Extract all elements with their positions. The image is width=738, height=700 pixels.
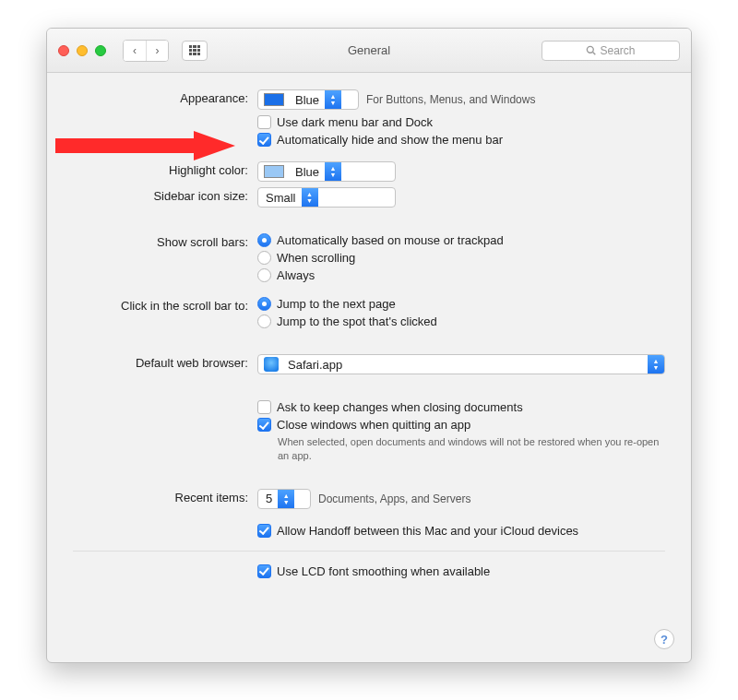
- scrollbars-option-label: When scrolling: [277, 251, 355, 265]
- scrollclick-label: Click in the scroll bar to:: [73, 297, 257, 313]
- recent-value: 5: [258, 492, 278, 505]
- scrollclick-spot-radio[interactable]: Jump to the spot that's clicked: [257, 314, 665, 328]
- highlight-label: Highlight color:: [73, 161, 257, 177]
- appearance-value: Blue: [290, 93, 325, 107]
- dark-menu-checkbox[interactable]: Use dark menu bar and Dock: [257, 115, 665, 129]
- appearance-hint: For Buttons, Menus, and Windows: [366, 93, 535, 106]
- close-windows-hint: When selected, open documents and window…: [257, 435, 665, 463]
- radio-icon: [257, 297, 271, 311]
- lcd-smoothing-checkbox[interactable]: Use LCD font smoothing when available: [257, 564, 665, 578]
- ask-keep-checkbox[interactable]: Ask to keep changes when closing documen…: [257, 400, 665, 414]
- close-button[interactable]: [58, 45, 69, 56]
- preferences-window: ‹ › General Search Appearance: Blue ▲▼ F…: [46, 28, 692, 663]
- browser-value: Safari.app: [282, 358, 648, 372]
- separator: [73, 551, 665, 552]
- lcd-smoothing-label: Use LCD font smoothing when available: [277, 564, 490, 578]
- forward-button[interactable]: ›: [146, 41, 168, 61]
- browser-label: Default web browser:: [73, 354, 257, 370]
- handoff-checkbox[interactable]: Allow Handoff between this Mac and your …: [257, 524, 665, 538]
- zoom-button[interactable]: [95, 45, 106, 56]
- recent-select[interactable]: 5 ▲▼: [257, 489, 311, 509]
- checkbox-icon: [257, 524, 271, 538]
- help-button[interactable]: ?: [654, 629, 674, 649]
- scrollbars-scrolling-radio[interactable]: When scrolling: [257, 251, 665, 265]
- browser-select[interactable]: Safari.app ▲▼: [257, 354, 665, 374]
- swatch-icon: [264, 165, 284, 178]
- window-controls: [58, 45, 106, 56]
- sidebar-size-select[interactable]: Small ▲▼: [257, 187, 396, 208]
- radio-icon: [257, 251, 271, 265]
- scrollbars-auto-radio[interactable]: Automatically based on mouse or trackpad: [257, 233, 665, 247]
- appearance-label: Appearance:: [73, 89, 257, 105]
- dark-menu-label: Use dark menu bar and Dock: [277, 115, 433, 129]
- updown-icon: ▲▼: [302, 188, 318, 207]
- radio-icon: [257, 233, 271, 247]
- auto-hide-menu-label: Automatically hide and show the menu bar: [277, 133, 503, 147]
- scrollbars-option-label: Automatically based on mouse or trackpad: [277, 233, 504, 247]
- checkbox-icon: [257, 400, 271, 414]
- nav-segment: ‹ ›: [123, 40, 169, 62]
- checkbox-icon: [257, 133, 271, 147]
- recent-label: Recent items:: [73, 489, 257, 504]
- checkbox-icon: [257, 418, 271, 432]
- titlebar: ‹ › General Search: [47, 29, 691, 73]
- checkbox-icon: [257, 564, 271, 578]
- scrollbars-label: Show scroll bars:: [73, 233, 257, 249]
- sidebar-size-value: Small: [258, 191, 302, 205]
- search-icon: [586, 45, 596, 55]
- ask-keep-label: Ask to keep changes when closing documen…: [277, 400, 523, 414]
- updown-icon: ▲▼: [278, 490, 294, 508]
- scrollclick-option-label: Jump to the spot that's clicked: [277, 314, 437, 328]
- highlight-select[interactable]: Blue ▲▼: [257, 161, 396, 182]
- scrollbars-option-label: Always: [277, 268, 315, 282]
- highlight-value: Blue: [290, 165, 325, 179]
- back-button[interactable]: ‹: [124, 41, 146, 61]
- svg-point-0: [588, 46, 594, 53]
- sidebar-size-label: Sidebar icon size:: [73, 187, 257, 203]
- handoff-label: Allow Handoff between this Mac and your …: [277, 524, 578, 538]
- auto-hide-menu-checkbox[interactable]: Automatically hide and show the menu bar: [257, 133, 665, 147]
- preferences-body: Appearance: Blue ▲▼ For Buttons, Menus, …: [47, 73, 691, 606]
- scrollbars-always-radio[interactable]: Always: [257, 268, 665, 282]
- close-windows-checkbox[interactable]: Close windows when quitting an app: [257, 418, 665, 432]
- updown-icon: ▲▼: [325, 90, 341, 109]
- recent-hint: Documents, Apps, and Servers: [318, 492, 470, 505]
- search-input[interactable]: Search: [542, 41, 680, 61]
- updown-icon: ▲▼: [648, 355, 664, 374]
- svg-line-1: [593, 53, 596, 55]
- swatch-icon: [264, 93, 284, 106]
- radio-icon: [257, 314, 271, 328]
- appearance-select[interactable]: Blue ▲▼: [257, 89, 359, 110]
- minimize-button[interactable]: [77, 45, 88, 56]
- updown-icon: ▲▼: [325, 162, 341, 181]
- grid-icon: [189, 45, 200, 56]
- search-placeholder: Search: [600, 44, 635, 57]
- safari-icon: [264, 357, 279, 372]
- scrollclick-option-label: Jump to the next page: [277, 297, 396, 311]
- checkbox-icon: [257, 115, 271, 129]
- scrollclick-nextpage-radio[interactable]: Jump to the next page: [257, 297, 665, 311]
- show-all-button[interactable]: [182, 41, 208, 61]
- radio-icon: [257, 268, 271, 282]
- close-windows-label: Close windows when quitting an app: [277, 418, 470, 432]
